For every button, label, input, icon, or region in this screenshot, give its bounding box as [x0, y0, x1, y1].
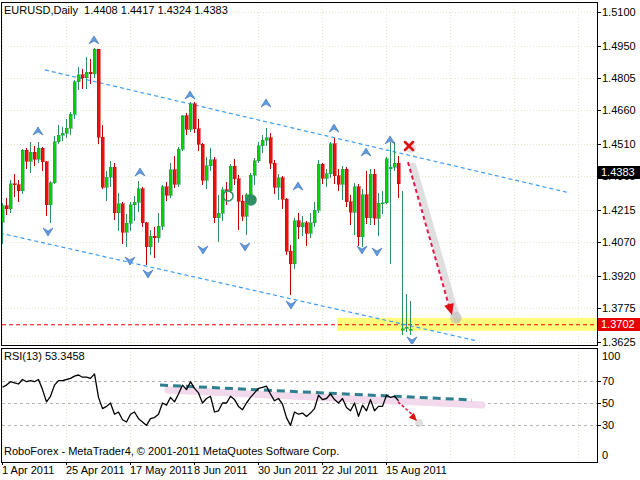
fractal-down-icon	[198, 246, 208, 254]
date-tick-label: 30 Jun 2011	[258, 464, 318, 476]
price-tick-label: 1.4070	[602, 236, 636, 248]
candle-body	[393, 163, 396, 167]
candle-body	[117, 204, 120, 213]
candle-body	[149, 236, 152, 247]
target-price-badge: 1.3702	[598, 318, 640, 331]
candle-body	[81, 75, 84, 78]
platform-copyright: RoboForex - MetaTrader4, © 2001-2011 Met…	[4, 445, 339, 457]
candle-body	[33, 152, 36, 159]
candle-body	[77, 75, 80, 82]
filled-circle-marker[interactable]	[246, 195, 256, 205]
candle-body	[109, 167, 112, 177]
candle-body	[89, 72, 92, 74]
rsi-indicator-label: RSI(13) 53.3458	[4, 350, 85, 362]
candle-body	[105, 177, 108, 187]
candle-body	[25, 150, 28, 161]
candle-body	[133, 202, 136, 205]
candle-body	[361, 195, 364, 237]
arrowhead	[409, 413, 417, 421]
rsi-tick-label: 50	[602, 397, 614, 409]
candle-body	[69, 114, 72, 128]
candle-body	[249, 175, 252, 194]
candle-body	[389, 167, 392, 168]
price-tick-label: 1.4805	[602, 72, 636, 84]
candle-body	[65, 128, 68, 133]
price-tick-label: 1.5100	[602, 6, 636, 18]
candle-body	[129, 205, 132, 224]
candle-body	[269, 138, 272, 163]
candle-body	[253, 161, 256, 176]
candle-body	[297, 221, 300, 227]
current-price-badge: 1.4383	[598, 166, 640, 179]
candle-body	[273, 163, 276, 187]
upper-channel-line[interactable]	[45, 70, 570, 193]
rsi-tick-label: 100	[602, 350, 620, 362]
candle-body	[45, 162, 48, 205]
candle-body	[201, 144, 204, 180]
date-tick-label: 15 Aug 2011	[386, 464, 447, 476]
candle-body	[281, 178, 284, 199]
candle-body	[241, 201, 244, 216]
candle-body	[357, 187, 360, 237]
rsi-tick-label: 30	[602, 419, 614, 431]
chart-title: EURUSD,Daily 1.4408 1.4417 1.4324 1.4383	[4, 4, 228, 16]
candle-body	[293, 221, 296, 264]
candle-body	[205, 166, 208, 180]
candle-body	[233, 166, 236, 179]
symbol-period-label: EURUSD,Daily	[4, 4, 78, 16]
date-tick-label: 22 Jul 2011	[322, 464, 378, 476]
candle-body	[213, 160, 216, 218]
candle-body	[13, 184, 16, 185]
candle-body	[61, 133, 64, 135]
fractal-up-icon	[293, 182, 303, 190]
chart-canvas[interactable]	[0, 0, 640, 480]
candle-body	[37, 148, 40, 159]
candle-body	[189, 104, 192, 130]
candle-body	[329, 144, 332, 174]
candle-body	[229, 166, 232, 190]
candle-body	[137, 189, 140, 203]
candle-body	[217, 213, 220, 217]
candle-body	[113, 167, 116, 212]
candle-body	[17, 185, 20, 191]
mt4-chart-window: EURUSD,Daily 1.4408 1.4417 1.4324 1.4383…	[0, 0, 640, 480]
candle-body	[301, 223, 304, 227]
date-tick-label: 25 Apr 2011	[66, 464, 125, 476]
fractal-down-icon	[143, 270, 153, 278]
candle-body	[193, 104, 196, 129]
candle-body	[157, 226, 160, 238]
candle-body	[197, 129, 200, 145]
candle-body	[53, 142, 56, 183]
date-tick-label: 17 May 2011	[130, 464, 193, 476]
candle-body	[141, 189, 144, 223]
candle-body	[73, 82, 76, 115]
fractal-up-icon	[185, 91, 195, 99]
outline-circle-marker[interactable]	[223, 191, 233, 201]
main-pane[interactable]	[0, 3, 597, 345]
candle-body	[309, 223, 312, 233]
candle-body	[97, 49, 100, 137]
fractal-up-icon	[33, 127, 43, 135]
rsi-name: RSI(13)	[4, 350, 42, 362]
price-tick-label: 1.4950	[602, 40, 636, 52]
rsi-value: 53.3458	[45, 350, 85, 362]
candle-body	[145, 223, 148, 247]
candle-body	[161, 187, 164, 226]
candle-body	[41, 148, 44, 161]
candle-body	[277, 178, 280, 188]
candle-body	[85, 72, 88, 77]
forecast-arrow-line[interactable]	[408, 162, 449, 306]
price-tick-label: 1.3625	[602, 336, 636, 348]
candle-body	[101, 137, 104, 187]
fractal-up-icon	[135, 168, 145, 176]
candle-body	[21, 150, 24, 191]
candle-body	[345, 169, 348, 202]
main-pane-border	[2, 3, 598, 346]
price-tick-label: 1.3920	[602, 270, 636, 282]
candle-body	[341, 169, 344, 184]
candle-body	[349, 202, 352, 213]
rsi-tick-label: 70	[602, 375, 614, 387]
date-tick-label: 1 Apr 2011	[2, 464, 54, 476]
candle-body	[49, 183, 52, 205]
candle-body	[173, 170, 176, 185]
